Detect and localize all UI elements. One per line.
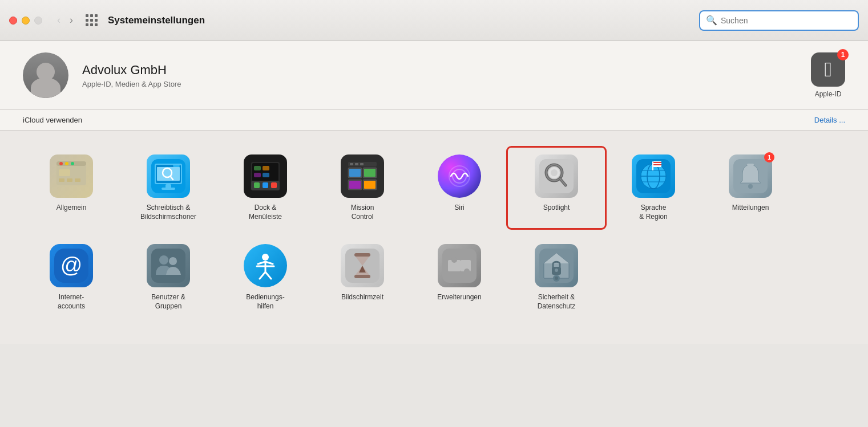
svg-text:@: @: [60, 253, 83, 277]
grid-dot: [86, 14, 88, 17]
benutzer-icon: [147, 244, 190, 287]
svg-rect-66: [151, 249, 185, 283]
sicherheit-icon: [535, 244, 578, 287]
svg-rect-15: [173, 165, 180, 167]
svg-rect-33: [364, 169, 376, 177]
icon-internet[interactable]: @ Internet-accounts: [23, 237, 120, 318]
icloud-text: iCloud verwenden: [23, 116, 82, 124]
profile-section: Advolux GmbH Apple-ID, Medien & App Stor…: [0, 41, 868, 110]
close-button[interactable]: [9, 17, 17, 25]
svg-rect-7: [67, 178, 72, 182]
back-button[interactable]: ‹: [54, 13, 64, 27]
mitteilungen-label: Mitteilungen: [732, 204, 769, 213]
svg-rect-28: [263, 173, 269, 177]
maximize-button[interactable]: [34, 17, 42, 25]
internet-icon: @: [50, 244, 93, 287]
search-icon: 🔍: [706, 15, 717, 26]
svg-rect-14: [157, 167, 180, 181]
icon-mitteilungen[interactable]: 1 Mitteilungen: [702, 148, 799, 228]
icon-benutzer[interactable]: Benutzer &Gruppen: [120, 237, 217, 318]
svg-rect-60: [653, 164, 661, 165]
svg-rect-20: [252, 163, 278, 181]
svg-rect-37: [364, 181, 376, 189]
icloud-details-button[interactable]: Details ...: [814, 116, 845, 124]
icon-spotlight[interactable]: Spotlight: [508, 148, 605, 228]
siri-icon: [438, 154, 481, 198]
icon-bedienung[interactable]: Bedienungs-hilfen: [217, 237, 314, 318]
svg-rect-24: [271, 182, 277, 188]
svg-rect-31: [349, 169, 361, 177]
svg-point-67: [159, 255, 168, 265]
sprache-icon: [632, 154, 675, 198]
icon-siri[interactable]: Siri: [411, 148, 508, 228]
schreibtisch-icon: [147, 154, 190, 198]
svg-point-84: [555, 269, 558, 272]
svg-rect-63: [747, 164, 754, 166]
svg-rect-23: [263, 182, 268, 188]
window-title: Systemeinstellungen: [108, 15, 205, 26]
svg-point-69: [262, 254, 269, 261]
svg-rect-25: [254, 166, 261, 170]
svg-point-79: [464, 269, 470, 274]
svg-rect-59: [653, 162, 661, 163]
svg-rect-5: [59, 169, 70, 176]
nav-buttons: ‹ ›: [54, 13, 76, 27]
apple-id-button[interactable]:  1 Apple-ID: [811, 52, 845, 98]
internet-label: Internet-accounts: [58, 293, 85, 311]
search-input[interactable]: [721, 16, 852, 25]
icon-sicherheit[interactable]: Sicherheit &Datenschutz: [508, 237, 605, 318]
svg-point-76: [451, 257, 457, 263]
profile-subtitle: Apple-ID, Medien & App Store: [82, 80, 845, 88]
sprache-label: Sprache& Region: [639, 204, 667, 221]
icons-row-1: Allgemein Schreibtisch &Bildschirmschone…: [23, 148, 845, 228]
svg-rect-13: [162, 188, 175, 190]
icloud-bar: iCloud verwenden Details ...: [0, 110, 868, 131]
siri-label: Siri: [454, 204, 464, 213]
svg-point-68: [169, 257, 177, 265]
icon-dock[interactable]: Dock &Menüleiste: [217, 148, 314, 228]
grid-dot: [86, 19, 88, 22]
avatar-body: [31, 78, 60, 98]
schreibtisch-label: Schreibtisch &Bildschirmschoner: [140, 204, 196, 221]
bedienung-icon: [244, 244, 287, 287]
icon-erweiterungen[interactable]: Erweiterungen: [411, 237, 508, 318]
svg-rect-73: [354, 275, 370, 278]
svg-point-2: [59, 162, 63, 165]
mitteilungen-badge: 1: [764, 152, 774, 162]
icons-section: Allgemein Schreibtisch &Bildschirmschone…: [0, 131, 868, 344]
erweiterungen-label: Erweiterungen: [437, 293, 481, 302]
erweiterungen-icon: [438, 244, 481, 287]
svg-rect-8: [75, 178, 80, 182]
dock-icon: [244, 154, 287, 198]
apple-id-label: Apple-ID: [815, 90, 842, 98]
icons-row-2: @ Internet-accounts Benutzer &Gruppen: [23, 237, 845, 318]
svg-rect-40: [355, 163, 358, 165]
minimize-button[interactable]: [22, 17, 30, 25]
svg-point-3: [65, 162, 68, 165]
window-controls: [9, 17, 42, 25]
apple-logo-icon: : [824, 59, 831, 80]
grid-view-button[interactable]: [86, 14, 98, 26]
svg-point-62: [748, 184, 753, 189]
grid-dot: [90, 23, 93, 26]
grid-dot: [90, 19, 93, 22]
icon-mission[interactable]: MissionControl: [314, 148, 411, 228]
forward-button[interactable]: ›: [66, 13, 76, 27]
search-box[interactable]: 🔍: [699, 10, 859, 31]
apple-id-icon:  1: [811, 52, 845, 87]
profile-info: Advolux GmbH Apple-ID, Medien & App Stor…: [82, 63, 845, 88]
icon-schreibtisch[interactable]: Schreibtisch &Bildschirmschoner: [120, 148, 217, 228]
benutzer-label: Benutzer &Gruppen: [151, 293, 185, 311]
svg-rect-27: [254, 173, 261, 177]
icon-allgemein[interactable]: Allgemein: [23, 148, 120, 228]
icon-sprache[interactable]: Sprache& Region: [605, 148, 702, 228]
svg-point-86: [555, 276, 558, 280]
mitteilungen-icon: 1: [729, 154, 772, 198]
svg-rect-57: [652, 161, 653, 170]
avatar[interactable]: [23, 52, 68, 98]
svg-rect-22: [254, 182, 260, 188]
bildschirmzeit-icon: [341, 244, 384, 287]
grid-dot: [95, 14, 98, 17]
icon-bildschirmzeit[interactable]: Bildschirmzeit: [314, 237, 411, 318]
dock-label: Dock &Menüleiste: [249, 204, 282, 221]
